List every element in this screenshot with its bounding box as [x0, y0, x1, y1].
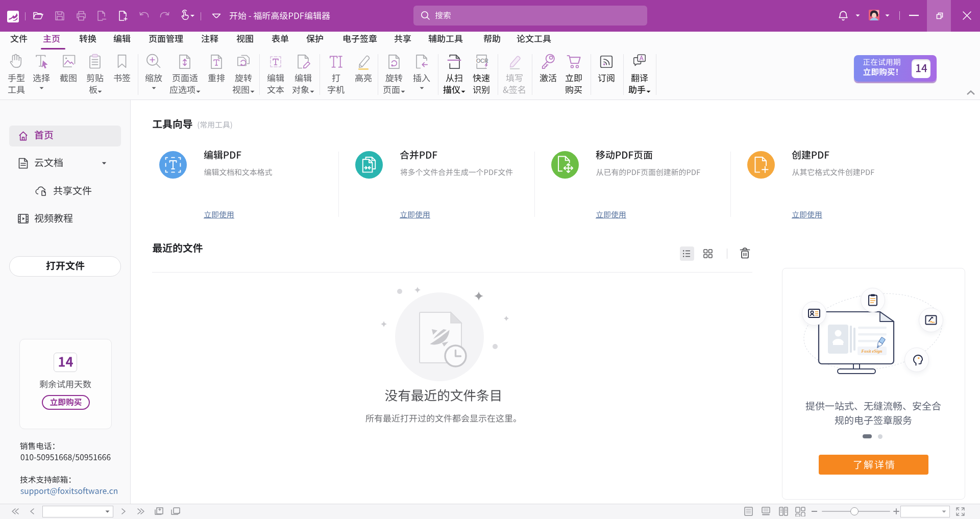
svg-text:OCR: OCR [476, 58, 488, 64]
svg-text:Foxit eSign: Foxit eSign [861, 349, 883, 354]
